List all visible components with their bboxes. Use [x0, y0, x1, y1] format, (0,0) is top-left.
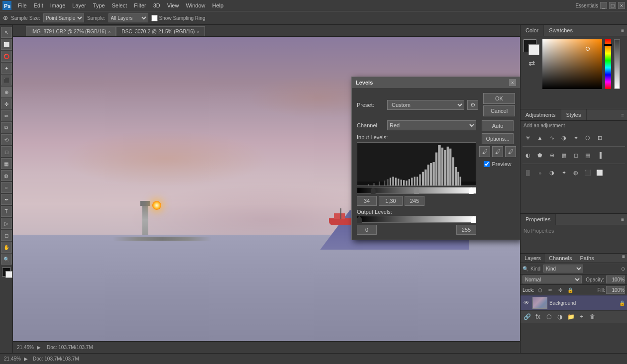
- preset-gear-button[interactable]: ⚙: [467, 100, 478, 110]
- lasso-tool[interactable]: ⭕: [1, 51, 12, 62]
- image-canvas[interactable]: Levels × Preset: Custom ⚙ OK Cancel: [13, 37, 520, 341]
- hsl-btn[interactable]: ⬡: [582, 132, 593, 143]
- close-btn[interactable]: ×: [618, 2, 625, 9]
- tab-img2-close[interactable]: ×: [197, 29, 199, 34]
- marquee-tool[interactable]: ⬜: [1, 39, 12, 50]
- gray-eyedropper[interactable]: 🖊: [492, 146, 503, 157]
- healing-tool[interactable]: ✜: [1, 98, 12, 109]
- hdr-toning-btn[interactable]: ✦: [558, 167, 569, 178]
- path-select-tool[interactable]: ▷: [1, 218, 12, 229]
- lock-all-btn[interactable]: 🔒: [566, 286, 574, 294]
- maximize-btn[interactable]: □: [609, 2, 616, 9]
- menu-image[interactable]: Image: [47, 1, 69, 9]
- background-layer[interactable]: 👁 Background 🔒: [521, 295, 627, 311]
- white-eyedropper[interactable]: 🖊: [505, 146, 516, 157]
- white-point-slider[interactable]: [469, 187, 474, 194]
- exposure-btn[interactable]: ◑: [558, 132, 569, 143]
- add-style-btn[interactable]: fx: [533, 312, 542, 321]
- match-color-btn[interactable]: ⬛: [582, 167, 593, 178]
- clone-tool[interactable]: ⧉: [1, 122, 12, 133]
- gradient-tool[interactable]: ▦: [1, 158, 12, 169]
- new-adjustment-layer-btn[interactable]: ◑: [555, 312, 564, 321]
- output-white-input[interactable]: [456, 225, 476, 235]
- menu-layer[interactable]: Layer: [69, 1, 89, 9]
- brush-tool[interactable]: ✏: [1, 110, 12, 121]
- new-layer-btn[interactable]: +: [577, 312, 586, 321]
- layers-menu-arrow[interactable]: ≡: [620, 254, 627, 263]
- lock-image-btn[interactable]: ✏: [546, 286, 554, 294]
- text-tool[interactable]: T: [1, 206, 12, 217]
- add-mask-btn[interactable]: ⬡: [544, 312, 553, 321]
- minimize-btn[interactable]: _: [600, 2, 607, 9]
- menu-help[interactable]: Help: [209, 1, 227, 9]
- colorbalance-btn[interactable]: ⊞: [594, 132, 605, 143]
- lock-transparent-btn[interactable]: ⬡: [536, 286, 544, 294]
- color-selector[interactable]: [586, 47, 590, 51]
- replace-color-btn[interactable]: ⬜: [594, 167, 605, 178]
- sample-size-select[interactable]: Point Sample: [43, 13, 84, 22]
- opacity-slider[interactable]: [614, 39, 620, 89]
- desaturate-btn[interactable]: ◍: [570, 167, 581, 178]
- background-color[interactable]: [5, 271, 12, 278]
- cancel-button[interactable]: Cancel: [483, 105, 515, 116]
- show-sampling-ring-checkbox[interactable]: [151, 15, 158, 21]
- shape-tool[interactable]: ◻: [1, 230, 12, 241]
- channels-tab[interactable]: Channels: [545, 254, 576, 263]
- styles-tab[interactable]: Styles: [561, 109, 587, 120]
- opacity-input[interactable]: [606, 275, 625, 283]
- input-slider[interactable]: [357, 187, 476, 194]
- menu-view[interactable]: View: [164, 1, 182, 9]
- quick-select-tool[interactable]: ✦: [1, 63, 12, 74]
- blur-tool[interactable]: ◍: [1, 170, 12, 181]
- colorlookup-btn[interactable]: ▩: [558, 150, 569, 161]
- paths-tab[interactable]: Paths: [576, 254, 598, 263]
- black-eyedropper[interactable]: 🖊: [479, 146, 490, 157]
- fill-input[interactable]: [606, 286, 625, 294]
- photo-filter-btn[interactable]: ⬟: [534, 150, 545, 161]
- menu-filter[interactable]: Filter: [131, 1, 149, 9]
- menu-window[interactable]: Window: [183, 1, 208, 9]
- color-tab[interactable]: Color: [521, 25, 544, 36]
- hand-tool[interactable]: ✋: [1, 242, 12, 253]
- zoom-tool[interactable]: 🔍: [1, 254, 12, 265]
- eyedropper-tool-tb[interactable]: ⊕: [1, 87, 12, 97]
- midtone-slider[interactable]: [414, 187, 419, 194]
- black-point-input[interactable]: [357, 196, 377, 206]
- menu-select[interactable]: Select: [109, 1, 130, 9]
- hue-bar[interactable]: [605, 39, 611, 89]
- menu-file[interactable]: File: [15, 1, 30, 9]
- eraser-tool[interactable]: ◻: [1, 146, 12, 157]
- threshold-btn[interactable]: ▐: [594, 150, 605, 161]
- hue-marker[interactable]: [604, 44, 612, 46]
- history-brush[interactable]: ⟲: [1, 134, 12, 145]
- vibrance-btn[interactable]: ✦: [570, 132, 581, 143]
- menu-3d[interactable]: 3D: [150, 1, 163, 9]
- options-button[interactable]: Options...: [482, 133, 514, 144]
- output-black-slider[interactable]: [357, 216, 362, 223]
- preset-select[interactable]: Custom: [387, 100, 464, 110]
- auto-button[interactable]: Auto: [482, 120, 514, 131]
- swatches-tab[interactable]: Swatches: [544, 25, 578, 36]
- preview-checkbox[interactable]: [484, 161, 490, 167]
- white-point-input[interactable]: [405, 196, 424, 206]
- selectivecolor-btn[interactable]: ⬦: [534, 167, 545, 178]
- levels-btn[interactable]: ▲: [534, 132, 545, 143]
- menu-edit[interactable]: Edit: [31, 1, 46, 9]
- channel-select[interactable]: Red: [387, 120, 476, 130]
- black-point-slider[interactable]: [371, 187, 376, 194]
- menu-type[interactable]: Type: [90, 1, 108, 9]
- output-black-input[interactable]: [357, 225, 377, 235]
- dodge-tool[interactable]: ○: [1, 182, 12, 193]
- output-slider[interactable]: [357, 216, 476, 223]
- invert-btn[interactable]: ◻: [570, 150, 581, 161]
- eyedropper-tool[interactable]: ⊕: [3, 14, 8, 21]
- tab-img2[interactable]: DSC_3070-2 @ 21.5% (RGB/16) ×: [116, 26, 205, 36]
- adj-menu-arrow[interactable]: ≡: [618, 112, 627, 118]
- link-layers-btn[interactable]: 🔗: [522, 312, 531, 321]
- pen-tool[interactable]: ✒: [1, 194, 12, 205]
- bw-btn[interactable]: ◐: [522, 150, 533, 161]
- props-menu-arrow[interactable]: ≡: [618, 217, 627, 222]
- tab-img1[interactable]: IMG_8791.CR2 @ 27% (RGB/16) ×: [26, 26, 116, 36]
- posterize-btn[interactable]: ▤: [582, 150, 593, 161]
- adjustments-tab[interactable]: Adjustments: [521, 109, 561, 120]
